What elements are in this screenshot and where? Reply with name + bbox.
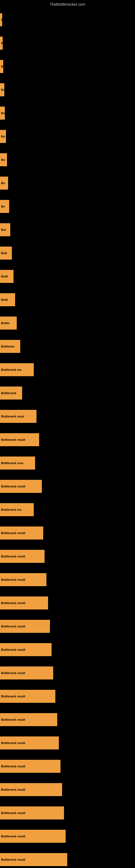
bar-row: Bottleneck result	[0, 778, 135, 801]
bar-label: Bo	[1, 135, 5, 138]
bar-item: Bottleneck result	[0, 596, 48, 610]
bar-row: Bottleneck result	[0, 591, 135, 615]
bar-label: Bottleneck result	[1, 671, 25, 675]
bar-row: Bottleneck result	[0, 615, 135, 638]
bar-item: Bo	[0, 177, 8, 190]
bar-item: B	[0, 60, 3, 73]
bar-row: Bottleneck res	[0, 498, 135, 521]
bar-item: B	[0, 13, 2, 26]
bar-item: Bottleneck result	[0, 550, 45, 563]
bar-label: Bottleneck res	[1, 508, 21, 511]
bar-item: Bottleneck result	[0, 643, 52, 656]
bar-row: Bottleneck result	[0, 475, 135, 498]
bar-label: Bottleneck result	[1, 835, 25, 838]
bar-row: Bottleneck result	[0, 638, 135, 661]
bar-label: Bottleneck result	[1, 601, 25, 604]
bar-label: B	[1, 18, 2, 22]
bar-label: Bottleneck resu	[1, 461, 24, 465]
bar-label: Bottleneck	[1, 392, 16, 395]
bar-row: Bottlenec	[0, 335, 135, 358]
bar-label: Bottleneck result	[1, 648, 25, 651]
bar-row: Bott	[0, 241, 135, 265]
bar-row: Bottleneck resul	[0, 405, 135, 428]
bar-item: Bottleneck result	[0, 760, 60, 773]
bar-label: Bottleneck result	[1, 531, 25, 535]
bar-row: Bo	[0, 195, 135, 218]
bar-item: Bottleneck resu	[0, 457, 35, 469]
bar-row: Bottleneck result	[0, 521, 135, 545]
bar-row: Bottleneck result	[0, 428, 135, 452]
bar-row: Bottleneck resu	[0, 452, 135, 475]
bar-label: Bo	[1, 112, 5, 115]
bar-label: Bo	[1, 182, 5, 185]
bar-item: Bo	[0, 130, 6, 143]
bar-label: Bottleneck result	[1, 765, 25, 768]
bar-row: Bottleneck result	[0, 708, 135, 731]
bar-item: B	[0, 37, 3, 50]
bar-row: B	[0, 55, 135, 78]
bar-item: Bottleneck result	[0, 433, 39, 446]
bars-container: BBBBoBoBoBoBoBoBotBottBottlBottlBottleBo…	[0, 8, 135, 868]
bar-label: Bo	[1, 205, 5, 208]
bar-item: Bottleneck	[0, 386, 22, 400]
bar-label: Bottleneck result	[1, 625, 25, 628]
bar-label: B	[1, 41, 3, 45]
bar-label: Bottleneck result	[1, 695, 25, 698]
bar-label: Bottlenec	[1, 345, 14, 348]
bar-item: Bottleneck result	[0, 527, 43, 539]
bar-label: Bottleneck result	[1, 555, 25, 558]
bar-item: Bottleneck result	[0, 480, 42, 493]
bar-label: Bottleneck result	[1, 578, 25, 581]
bar-label: B	[1, 65, 3, 68]
bar-item: Bottleneck result	[0, 853, 67, 866]
bar-label: Bo	[1, 158, 5, 161]
bar-item: Bottleneck result	[0, 783, 62, 796]
bar-row: Bottleneck	[0, 381, 135, 405]
bar-item: Bottlenec	[0, 340, 20, 353]
bar-label: Bottle	[1, 321, 9, 325]
bar-item: Bottle	[0, 316, 17, 330]
bar-item: Bottleneck res	[0, 503, 34, 516]
bar-item: Bo	[0, 200, 9, 213]
bar-item: Bo	[0, 106, 5, 120]
bar-item: Bottl	[0, 270, 13, 283]
bar-item: Bott	[0, 247, 12, 259]
bar-label: Bottleneck result	[1, 811, 25, 814]
bar-label: Bottleneck resul	[1, 415, 24, 418]
bar-row: Bottleneck result	[0, 731, 135, 755]
bar-row: Bottleneck result	[0, 755, 135, 778]
bar-item: Bo	[0, 83, 4, 96]
bar-row: Bottleneck result	[0, 661, 135, 685]
bar-label: Bottl	[1, 275, 8, 278]
bar-item: Bottleneck result	[0, 620, 50, 633]
bar-row: B	[0, 8, 135, 31]
bar-item: Bottl	[0, 293, 15, 306]
bar-label: Bottleneck result	[1, 788, 25, 791]
bar-row: Bottleneck result	[0, 825, 135, 848]
bar-item: Bottleneck result	[0, 806, 64, 819]
bar-label: Bottleneck result	[1, 858, 25, 861]
bar-item: Bottleneck result	[0, 573, 46, 586]
bar-label: Bottleneck res	[1, 368, 21, 371]
bar-row: Bottleneck result	[0, 545, 135, 568]
bar-label: Bo	[1, 88, 4, 91]
bar-item: Bottleneck result	[0, 737, 59, 749]
bar-row: Bottleneck result	[0, 568, 135, 591]
bar-label: Bot	[1, 228, 6, 231]
bar-item: Bottleneck resul	[0, 410, 37, 423]
bar-label: Bottl	[1, 298, 8, 301]
bar-row: Bottl	[0, 265, 135, 288]
bar-item: Bottleneck res	[0, 363, 34, 376]
bar-row: Bo	[0, 125, 135, 148]
bar-row: Bottl	[0, 288, 135, 311]
bar-row: Bottleneck result	[0, 685, 135, 708]
bar-row: Bottleneck result	[0, 848, 135, 868]
bar-item: Bottleneck result	[0, 690, 55, 703]
bar-item: Bottleneck result	[0, 830, 65, 843]
bar-label: Bott	[1, 251, 7, 255]
bar-label: Bottleneck result	[1, 485, 25, 488]
bar-row: B	[0, 31, 135, 55]
bar-row: Bottleneck result	[0, 801, 135, 825]
bar-row: Bottle	[0, 311, 135, 335]
bar-label: Bottleneck result	[1, 741, 25, 745]
